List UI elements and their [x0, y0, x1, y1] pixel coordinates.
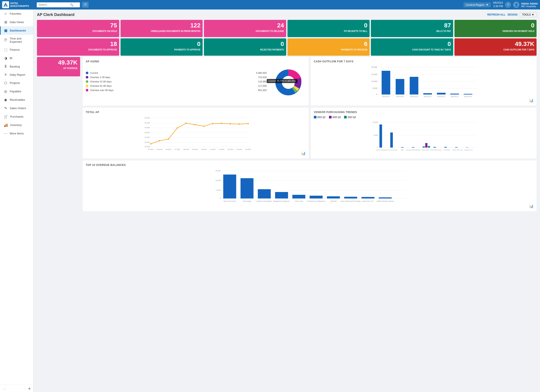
metric-card-docs-to-approve[interactable]: 18 DOCUMENTS TO APPROVE — [37, 38, 119, 56]
sidebar-item-inventory[interactable]: 🚚 Inventory — [0, 121, 33, 129]
svg-point-44 — [168, 138, 169, 140]
help-button[interactable]: ? — [505, 2, 511, 8]
metric-label: PAYMENTS TO PROCESS — [341, 48, 367, 51]
refresh-all-button[interactable]: REFRESH ALL — [487, 13, 505, 16]
sidebar-item-banking[interactable]: $ Banking — [0, 62, 33, 71]
pie-tooltip: Current: 70.77% (4,380,455) — [267, 79, 298, 83]
history-button[interactable]: ⏱ — [82, 2, 89, 8]
sidebar-collapse-button[interactable]: ◀ — [28, 387, 30, 390]
svg-text:15,000: 15,000 — [215, 170, 221, 172]
svg-text:50,000: 50,000 — [145, 122, 150, 124]
search-input[interactable] — [38, 3, 69, 6]
svg-rect-74 — [401, 147, 404, 147]
svg-rect-106 — [327, 196, 340, 198]
svg-text:05-2022: 05-2022 — [157, 149, 162, 150]
total-ap-title: TOTAL AP — [86, 111, 306, 114]
top-overdue-panel: TOP 10 OVERDUE BALANCES 15,000 10,000 5,… — [83, 161, 536, 211]
svg-text:HD Supply: HD Supply — [444, 149, 450, 150]
svg-rect-100 — [223, 175, 236, 198]
sidebar-item-daily-report[interactable]: ≡ Daily Report — [0, 71, 33, 79]
svg-rect-19 — [450, 94, 459, 94]
metric-label: PO RECEIPTS TO BILL — [344, 30, 367, 33]
metric-card-vendors-hold[interactable]: 0 VENDORS ON PAYMENT HOLD — [455, 20, 537, 37]
sidebar-item-receivables[interactable]: ◉ Receivables — [0, 96, 33, 104]
logo-area: HOTEL INVESTORAPPS — [2, 1, 35, 8]
sidebar-item-projects[interactable]: ⬡ Projects — [0, 79, 33, 87]
svg-point-51 — [230, 123, 231, 124]
svg-text:Guest Supply: Guest Supply — [243, 201, 251, 202]
metric-card-unreleased-docs[interactable]: 122 UNRELEASED DOCUMENTS IN PRIOR MONTHS — [120, 20, 203, 37]
sidebar-item-data-views[interactable]: ⊞ Data Views — [0, 18, 33, 26]
receivables-icon: ◉ — [4, 98, 8, 102]
metric-label: BILLS TO PAY — [436, 30, 451, 33]
chevron-tools-icon: ▼ — [532, 13, 534, 16]
q3-color — [329, 116, 332, 118]
search-bar[interactable]: 🔍 — [37, 2, 80, 7]
svg-text:03-2023: 03-2023 — [245, 149, 251, 150]
region-selector[interactable]: Central Region ▼ — [464, 2, 491, 7]
logo-icon — [2, 1, 9, 8]
svg-rect-108 — [362, 197, 375, 198]
metric-card-payments-to-process[interactable]: 6 PAYMENTS TO PROCESS — [287, 38, 370, 56]
metric-card-rejected-payments[interactable]: 0 REJECTED PAYMENTS — [204, 38, 286, 56]
metric-value: 0 — [448, 41, 451, 47]
top-overdue-footer-icon: 📊 — [86, 204, 534, 208]
metric-card-payments-to-approve[interactable]: 0 PAYMENTS TO APPROVE — [120, 38, 203, 56]
sidebar-item-finance[interactable]: ⬚ Finance — [0, 45, 33, 54]
sidebar-item-purchases[interactable]: 🛒 Purchases — [0, 113, 33, 121]
sidebar-label-more-items: More Items — [10, 132, 24, 135]
svg-text:40,000: 40,000 — [145, 146, 150, 147]
svg-text:2023-03-14: 2023-03-14 — [464, 96, 472, 97]
design-button[interactable]: DESIGN — [508, 13, 518, 16]
svg-text:42,000: 42,000 — [145, 141, 150, 143]
metric-card-docs-to-release[interactable]: 24 DOCUMENTS TO RELEASE — [204, 20, 286, 37]
datetime-display: 3/8/2023 3:39 PM — [493, 1, 503, 8]
sidebar: ☆ Favorites ⊞ Data Views ▣ Dashboards ⏱ … — [0, 10, 34, 392]
metric-card-cash-discount[interactable]: 0 CASH DISCOUNT TO TAKE IN 7 DAYS — [371, 38, 453, 56]
page-actions: REFRESH ALL DESIGN TOOLS ▼ — [487, 12, 536, 17]
metric-card-po-receipts[interactable]: 0 PO RECEIPTS TO BILL — [287, 20, 370, 37]
sidebar-item-dashboards[interactable]: ▣ Dashboards — [0, 26, 33, 35]
svg-rect-77 — [425, 143, 427, 147]
svg-rect-76 — [422, 147, 425, 147]
svg-rect-81 — [455, 147, 457, 147]
sidebar-item-bi[interactable]: ◑ BI — [0, 54, 33, 62]
metric-card-cash-outflow[interactable]: 49.37K CASH OUTFLOW FOR 7 DAYS — [455, 38, 537, 56]
svg-text:Hotel Investor Apps: Hotel Investor Apps — [430, 149, 441, 150]
metric-card-bills-to-pay[interactable]: 87 BILLS TO PAY — [371, 20, 453, 37]
current-color-dot — [86, 72, 88, 74]
metric-value: 0 — [280, 41, 284, 47]
sidebar-item-payables[interactable]: ◎ Payables — [0, 87, 33, 96]
metric-value: 75 — [110, 22, 117, 29]
payables-icon: ◎ — [4, 89, 8, 93]
overdue-31-60-dot — [86, 80, 88, 83]
svg-rect-73 — [390, 132, 393, 147]
svg-text:Acqua Treat. LTD.: Acqua Treat. LTD. — [362, 201, 374, 202]
sidebar-item-favorites[interactable]: ☆ Favorites — [0, 10, 33, 18]
svg-text:10,000: 10,000 — [373, 121, 378, 123]
user-avatar-icon: 👤 — [513, 2, 519, 8]
svg-text:5,000: 5,000 — [372, 87, 377, 89]
metric-value: 49.37K — [515, 41, 534, 47]
ap-overdue-card[interactable]: 49.37K AP OVERDUE — [37, 57, 80, 76]
svg-text:Advertising Co: Advertising Co — [464, 149, 473, 150]
svg-rect-72 — [379, 124, 382, 147]
vendor-trends-chart: 10,000 5,000 0 — [314, 120, 534, 151]
metric-label: DOCUMENTS TO APPROVE — [88, 48, 117, 51]
tools-button[interactable]: TOOLS ▼ — [520, 12, 536, 17]
sidebar-item-sales-orders[interactable]: ✎ Sales Orders — [0, 104, 33, 113]
sidebar-label-payables: Payables — [10, 90, 21, 93]
q4-color — [344, 116, 347, 118]
metric-card-documents-on-hold[interactable]: 75 DOCUMENTS ON HOLD — [37, 20, 119, 37]
ap-overdue-value: 49.37K — [58, 59, 78, 66]
overdue-90-plus-dot — [86, 89, 88, 92]
svg-text:Acqua Treat. LTD.: Acqua Treat. LTD. — [452, 149, 463, 150]
svg-text:American Hotel Register: American Hotel Register — [406, 149, 420, 150]
svg-point-45 — [177, 127, 178, 129]
sidebar-item-more-items[interactable]: ⋯ More Items — [0, 129, 33, 138]
sidebar-item-time-expenses[interactable]: ⏱ Time and Expenses — [0, 35, 33, 45]
metric-value: 6 — [364, 41, 367, 47]
legend-2022q2: 2022 Q2 — [314, 116, 325, 118]
svg-text:2023-03-08: 2023-03-08 — [396, 96, 404, 97]
grid-icon: ⊞ — [4, 20, 8, 24]
